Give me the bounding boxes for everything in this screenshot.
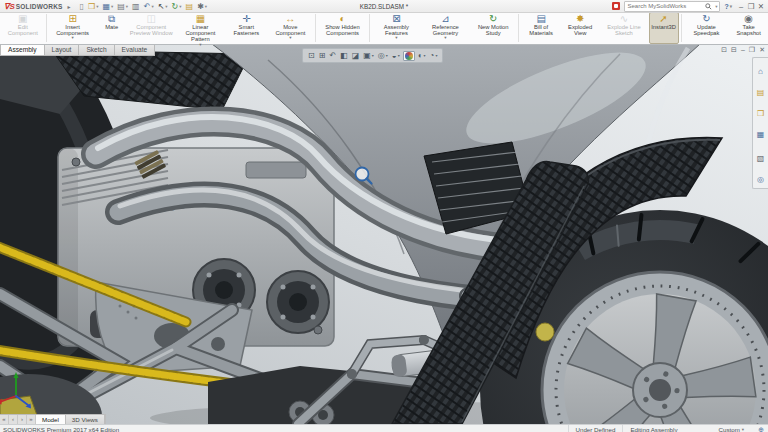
print-preview-button[interactable]: ▥ bbox=[132, 2, 140, 11]
search-scope-caret-icon[interactable]: ▾ bbox=[715, 4, 717, 9]
apply-scene-button[interactable]: ◐▾ bbox=[417, 51, 427, 60]
linear-component-pattern-button[interactable]: ▦Linear Component Pattern▾ bbox=[176, 12, 225, 44]
dropdown-caret-icon[interactable]: ▾ bbox=[398, 53, 400, 58]
search-box[interactable]: ▾ bbox=[624, 1, 720, 12]
dropdown-caret-icon[interactable]: ▾ bbox=[205, 2, 207, 11]
dropdown-caret-icon[interactable]: ▾ bbox=[444, 36, 446, 41]
view-palette-tab[interactable]: ▦ bbox=[757, 123, 765, 141]
instant3d-button[interactable]: ➚Instant3D bbox=[649, 12, 679, 44]
search-input[interactable] bbox=[627, 3, 703, 9]
magnifier-icon[interactable] bbox=[705, 3, 712, 10]
dropdown-caret-icon[interactable]: ▾ bbox=[179, 2, 181, 11]
pin-commandmanager-icon[interactable]: ⊡ bbox=[721, 45, 727, 54]
linear-component-pattern-icon: ▦ bbox=[196, 13, 205, 24]
previous-view-button[interactable]: ↶ bbox=[328, 51, 337, 60]
dropdown-caret-icon[interactable]: ▾ bbox=[111, 2, 113, 11]
restore-button[interactable]: ❐ bbox=[746, 1, 756, 12]
dynamic-annotation-views-icon: ◪ bbox=[352, 51, 360, 60]
new-motion-study-button[interactable]: ↻New Motion Study bbox=[470, 12, 516, 44]
design-library-tab[interactable]: ▤ bbox=[757, 81, 765, 99]
display-style-button[interactable]: ◎▾ bbox=[377, 51, 389, 60]
print-button[interactable]: ▤▾ bbox=[117, 2, 128, 11]
rebuild-button[interactable]: ↻▾ bbox=[172, 2, 182, 11]
exploded-view-button[interactable]: ✸Exploded View bbox=[561, 12, 600, 44]
view-orientation-button[interactable]: ▣▾ bbox=[362, 51, 375, 60]
statusbar: SOLIDWORKS Premium 2017 x64 Edition Unde… bbox=[0, 424, 768, 432]
tab-evaluate[interactable]: Evaluate bbox=[114, 44, 156, 56]
select-button[interactable]: ↖▾ bbox=[158, 2, 168, 11]
tab-layout[interactable]: Layout bbox=[44, 44, 79, 56]
dynamic-annotation-views-button[interactable]: ◪ bbox=[351, 51, 361, 60]
mate-button[interactable]: ⧉Mate bbox=[97, 12, 127, 44]
view-orientation-icon: ▣ bbox=[363, 51, 371, 60]
solidworks-window: { "titlebar": { "app_name": "SOLIDWORKS"… bbox=[0, 0, 768, 432]
dropdown-caret-icon[interactable]: ▾ bbox=[395, 36, 397, 41]
smart-fasteners-button[interactable]: ✛Smart Fasteners bbox=[225, 12, 268, 44]
minimize-button[interactable]: – bbox=[736, 1, 746, 12]
insert-components-button[interactable]: ⊞Insert Components▾ bbox=[48, 12, 96, 44]
help-caret-icon[interactable]: ▾ bbox=[730, 4, 732, 9]
dropdown-caret-icon[interactable]: ▾ bbox=[199, 43, 201, 48]
save-icon: ▦ bbox=[102, 2, 110, 11]
undo-button[interactable]: ↶▾ bbox=[144, 2, 154, 11]
bill-of-materials-button[interactable]: ▤Bill of Materials bbox=[521, 12, 561, 44]
update-speedpak-button[interactable]: ↻Update Speedpak bbox=[683, 12, 729, 44]
unit-caret-icon[interactable]: ▾ bbox=[742, 426, 744, 432]
dropdown-caret-icon[interactable]: ▾ bbox=[386, 53, 388, 58]
save-button[interactable]: ▦▾ bbox=[102, 2, 113, 11]
zoom-to-area-button[interactable]: ⊞ bbox=[318, 51, 327, 60]
tab-sketch[interactable]: Sketch bbox=[78, 44, 113, 56]
rebuild-icon: ↻ bbox=[172, 2, 179, 11]
viewport-3d[interactable]: CAM 16VALV bbox=[0, 44, 768, 424]
show-hidden-components-icon: ◐ bbox=[339, 13, 345, 24]
solidworks-resources-icon: ⌂ bbox=[758, 67, 763, 76]
minimize-document-icon[interactable]: – bbox=[741, 45, 745, 54]
mate-icon: ⧉ bbox=[108, 13, 115, 24]
file-explorer-tab[interactable]: ❒ bbox=[757, 102, 764, 120]
open-file-button[interactable]: ❒▾ bbox=[88, 2, 98, 11]
show-hidden-components-button[interactable]: ◐Show Hidden Components bbox=[318, 12, 367, 44]
hide-show-items-button[interactable]: ◒▾ bbox=[391, 51, 401, 60]
solidworks-forum-tab[interactable]: ◎ bbox=[757, 168, 764, 186]
file-properties-button[interactable]: ▤ bbox=[186, 2, 194, 11]
options-button[interactable]: ✱▾ bbox=[197, 2, 207, 11]
float-commandmanager-icon[interactable]: ⊟ bbox=[731, 45, 737, 54]
gold-cap bbox=[536, 323, 554, 341]
edit-component-icon: ▣ bbox=[18, 13, 27, 24]
dropdown-caret-icon[interactable]: ▾ bbox=[151, 2, 153, 11]
zoom-to-fit-button[interactable]: ⊡ bbox=[307, 51, 316, 60]
help-button[interactable]: ?▾ bbox=[724, 3, 732, 10]
solidworks-resources-tab[interactable]: ⌂ bbox=[758, 60, 763, 78]
custom-properties-tab[interactable]: ▧ bbox=[757, 147, 765, 165]
dropdown-caret-icon[interactable]: ▾ bbox=[424, 53, 426, 58]
tab-assembly[interactable]: Assembly bbox=[0, 44, 44, 56]
move-component-button[interactable]: ↔Move Component▾ bbox=[268, 12, 313, 44]
constraint-status: Under Defined bbox=[568, 425, 623, 432]
tags-icon[interactable]: ⊕ bbox=[758, 426, 764, 432]
ribbon-button-label: Take Snapshot bbox=[731, 24, 766, 36]
edit-appearance-button[interactable] bbox=[403, 51, 415, 61]
restore-document-icon[interactable]: ❐ bbox=[749, 45, 755, 54]
new-file-button[interactable]: ▯ bbox=[80, 2, 84, 11]
print-icon: ▤ bbox=[117, 2, 125, 11]
reference-geometry-button[interactable]: ⊿Reference Geometry▾ bbox=[421, 12, 470, 44]
close-button[interactable]: ✕ bbox=[756, 1, 766, 12]
dropdown-caret-icon[interactable]: ▾ bbox=[435, 53, 437, 58]
close-document-icon[interactable]: ✕ bbox=[759, 45, 765, 54]
ribbon-separator bbox=[46, 14, 47, 42]
dropdown-caret-icon[interactable]: ▾ bbox=[289, 36, 291, 41]
dropdown-caret-icon[interactable]: ▾ bbox=[126, 2, 128, 11]
take-snapshot-button[interactable]: ◉Take Snapshot bbox=[729, 12, 768, 44]
dropdown-caret-icon[interactable]: ▾ bbox=[71, 36, 73, 41]
ribbon-button-label: Mate bbox=[105, 24, 118, 30]
assembly-features-button[interactable]: ⊠Assembly Features▾ bbox=[372, 12, 421, 44]
dropdown-caret-icon[interactable]: ▾ bbox=[165, 2, 167, 11]
menu-expand-arrow-icon[interactable]: ▸ bbox=[68, 3, 71, 10]
unit-system-selector[interactable]: Custom▾ bbox=[713, 426, 751, 432]
dropdown-caret-icon[interactable]: ▾ bbox=[96, 2, 98, 11]
instant3d-icon: ➚ bbox=[659, 13, 667, 24]
section-view-button[interactable]: ◧ bbox=[339, 51, 349, 60]
ribbon-button-label: Bill of Materials bbox=[523, 24, 559, 36]
dropdown-caret-icon[interactable]: ▾ bbox=[372, 53, 374, 58]
view-settings-button[interactable]: ◔▾ bbox=[429, 51, 439, 60]
